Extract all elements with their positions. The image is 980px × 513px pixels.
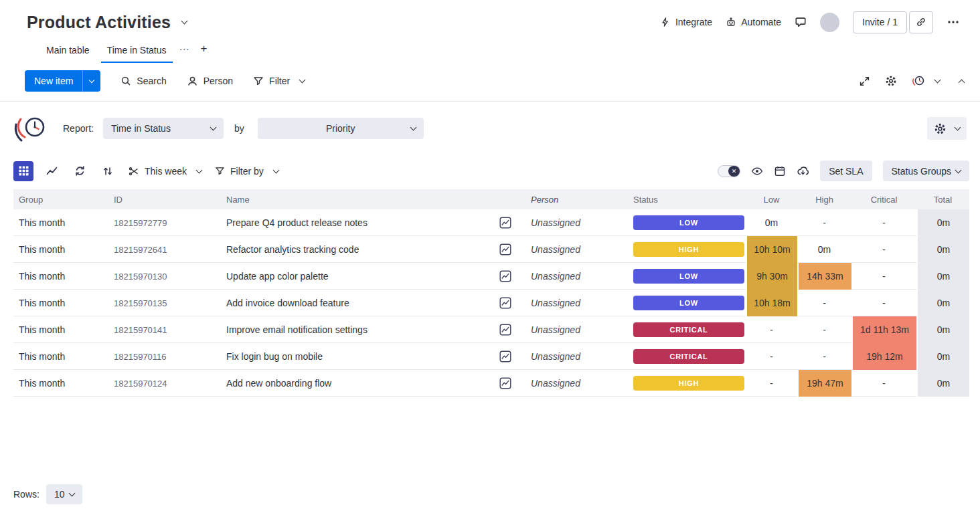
- status-groups-button[interactable]: Status Groups: [883, 161, 970, 181]
- time-high-cell: -: [797, 209, 851, 236]
- export-cloud-icon[interactable]: [797, 165, 809, 177]
- person-cell[interactable]: Unassigned: [519, 209, 626, 236]
- item-chart-icon[interactable]: [497, 268, 513, 284]
- status-groups-label: Status Groups: [892, 166, 952, 177]
- set-sla-label: Set SLA: [829, 166, 863, 177]
- collapse-toolbar-icon[interactable]: [959, 79, 965, 86]
- tab-time-in-status[interactable]: Time in Status: [98, 39, 175, 63]
- person-filter-button[interactable]: Person: [187, 76, 233, 87]
- time-in-status-logo: [11, 112, 51, 144]
- invite-button[interactable]: Invite / 1: [853, 11, 907, 33]
- add-view-button[interactable]: +: [194, 36, 214, 63]
- expand-view-icon[interactable]: [859, 76, 870, 87]
- table-view-button[interactable]: [13, 161, 33, 181]
- item-name: Prepare Q4 product release notes: [226, 217, 368, 228]
- table-header: Group ID Name Person Status Low High Cri…: [13, 189, 969, 209]
- more-options-icon[interactable]: [947, 15, 960, 29]
- status-badge: CRITICAL: [633, 349, 744, 364]
- person-cell[interactable]: Unassigned: [519, 343, 626, 370]
- person-cell[interactable]: Unassigned: [519, 370, 626, 397]
- search-button[interactable]: Search: [120, 76, 166, 86]
- tab-main-table[interactable]: Main table: [37, 39, 98, 63]
- time-low-cell: -: [746, 316, 797, 343]
- sort-button[interactable]: [98, 161, 118, 181]
- invite-label: Invite / 1: [862, 17, 898, 27]
- tab-time-in-status-label: Time in Status: [107, 45, 167, 56]
- table-row[interactable]: This month 18215970124 Add new onboardin…: [13, 370, 969, 397]
- chart-view-button[interactable]: [42, 161, 62, 181]
- item-chart-icon[interactable]: [497, 241, 513, 258]
- time-low-cell: 9h 30m: [746, 263, 797, 290]
- group-cell: This month: [13, 290, 107, 316]
- table-row[interactable]: This month 18215970141 Improve email not…: [13, 316, 969, 343]
- person-cell[interactable]: Unassigned: [519, 316, 626, 343]
- status-cell[interactable]: HIGH: [626, 370, 746, 397]
- item-chart-icon[interactable]: [497, 295, 513, 311]
- person-label: Person: [203, 76, 233, 86]
- table-row[interactable]: This month 18215970130 Update app color …: [13, 263, 969, 290]
- time-critical-cell: -: [851, 370, 916, 397]
- report-settings-button[interactable]: [927, 117, 967, 140]
- item-chart-icon[interactable]: [497, 322, 513, 338]
- status-badge: LOW: [633, 215, 744, 230]
- item-name: Add new onboarding flow: [226, 378, 331, 389]
- status-cell[interactable]: LOW: [626, 263, 746, 290]
- integrate-button[interactable]: Integrate: [660, 17, 712, 27]
- rows-per-page-select[interactable]: 10: [46, 484, 83, 504]
- new-item-dropdown[interactable]: [82, 70, 100, 92]
- new-item-button[interactable]: New item: [25, 70, 100, 92]
- tab-options-icon[interactable]: ⋯: [175, 37, 194, 63]
- automate-label: Automate: [741, 17, 781, 27]
- person-cell[interactable]: Unassigned: [519, 263, 626, 290]
- page-title: Product Activities: [27, 13, 171, 32]
- app-view-switcher[interactable]: [912, 74, 940, 88]
- time-total-cell: 0m: [916, 290, 969, 316]
- person-cell[interactable]: Unassigned: [519, 290, 626, 316]
- chevron-down-icon: [410, 124, 416, 131]
- item-chart-icon[interactable]: [497, 215, 513, 231]
- status-cell[interactable]: CRITICAL: [626, 316, 746, 343]
- chevron-down-icon: [196, 167, 203, 173]
- status-cell[interactable]: LOW: [626, 290, 746, 316]
- table-row[interactable]: This month 18215970116 Fix login bug on …: [13, 343, 969, 370]
- time-high-cell: -: [797, 343, 851, 370]
- calendar-icon[interactable]: [774, 165, 786, 177]
- display-toggle[interactable]: ✕: [718, 165, 740, 177]
- filter-button[interactable]: Filter: [253, 76, 305, 86]
- report-type-value: Time in Status: [111, 123, 171, 134]
- status-badge: LOW: [633, 269, 744, 284]
- board-title-menu[interactable]: Product Activities: [27, 13, 187, 32]
- col-header-critical: Critical: [851, 195, 916, 205]
- group-by-select[interactable]: Priority: [258, 118, 424, 139]
- status-cell[interactable]: LOW: [626, 209, 746, 236]
- eye-icon[interactable]: [751, 165, 763, 177]
- table-row[interactable]: This month 18215972779 Prepare Q4 produc…: [13, 209, 969, 236]
- item-chart-icon[interactable]: [497, 348, 513, 365]
- name-cell: Update app color palette: [221, 263, 519, 290]
- person-cell[interactable]: Unassigned: [519, 236, 626, 263]
- col-header-person: Person: [519, 195, 626, 205]
- report-type-select[interactable]: Time in Status: [103, 118, 224, 139]
- tab-more-label: ⋯: [179, 43, 190, 55]
- id-cell: 18215970141: [107, 316, 221, 343]
- table-row[interactable]: This month 18215972641 Refactor analytic…: [13, 236, 969, 263]
- time-critical-cell: -: [851, 236, 916, 263]
- status-cell[interactable]: HIGH: [626, 236, 746, 263]
- time-low-cell: -: [746, 343, 797, 370]
- set-sla-button[interactable]: Set SLA: [820, 161, 872, 181]
- automate-button[interactable]: Automate: [726, 17, 781, 27]
- user-avatar[interactable]: [820, 13, 839, 32]
- refresh-button[interactable]: [70, 161, 90, 181]
- id-cell: 18215970116: [107, 343, 221, 370]
- copy-link-button[interactable]: [909, 11, 933, 33]
- time-low-cell: 10h 18m: [746, 290, 797, 316]
- filter-by-button[interactable]: Filter by: [212, 166, 281, 177]
- time-total-cell: 0m: [916, 316, 969, 343]
- time-range-select[interactable]: This week: [126, 166, 204, 177]
- table-row[interactable]: This month 18215970135 Add invoice downl…: [13, 290, 969, 316]
- updates-button[interactable]: [795, 16, 807, 28]
- col-header-total: Total: [916, 195, 969, 205]
- settings-gear-icon[interactable]: [885, 75, 897, 87]
- item-chart-icon[interactable]: [497, 375, 513, 391]
- status-cell[interactable]: CRITICAL: [626, 343, 746, 370]
